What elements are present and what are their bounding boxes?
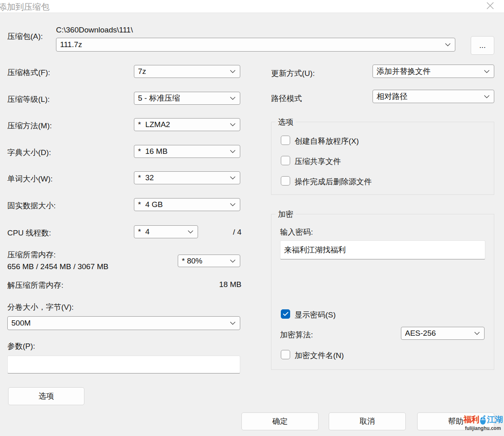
volume-size-label: 分卷大小，字节(V): <box>7 302 74 313</box>
solid-block-value: * 4 GB <box>138 200 163 209</box>
options-group-title: 选项 <box>276 117 296 127</box>
memory-percent-combobox[interactable]: * 80% <box>178 255 240 267</box>
update-mode-value: 添加并替换文件 <box>377 66 431 77</box>
decompress-memory-label: 解压缩所需内存: <box>7 280 63 291</box>
memory-percent-value: * 80% <box>182 257 202 265</box>
encrypt-filenames-label: 加密文件名(N) <box>295 350 344 361</box>
method-label: 压缩方法(M): <box>7 121 52 131</box>
method-combobox[interactable]: * LZMA2 <box>134 118 240 131</box>
options-button[interactable]: 选项 <box>8 387 84 405</box>
volume-size-combobox[interactable]: 500M <box>7 316 240 330</box>
dictionary-label: 字典大小(D): <box>7 147 51 158</box>
chevron-down-icon <box>187 230 194 234</box>
close-button[interactable] <box>482 1 498 12</box>
method-value: * LZMA2 <box>138 120 170 129</box>
encryption-method-label: 加密算法: <box>280 330 313 340</box>
chevron-down-icon <box>230 321 236 325</box>
cancel-button[interactable]: 取消 <box>329 412 406 430</box>
word-size-label: 单词大小(W): <box>7 174 53 184</box>
archive-name-value: 111.7z <box>60 40 82 49</box>
chevron-down-icon <box>230 96 236 100</box>
chevron-down-icon <box>230 69 236 73</box>
format-value: 7z <box>138 67 146 76</box>
compress-memory-label: 压缩所需内存: <box>7 250 56 260</box>
chevron-down-icon <box>484 69 490 73</box>
path-mode-combobox[interactable]: 相对路径 <box>373 90 494 103</box>
level-label: 压缩等级(L): <box>7 94 50 105</box>
volume-size-value: 500M <box>11 319 31 328</box>
delete-after-label: 操作完成后删除源文件 <box>295 177 372 187</box>
path-mode-label: 路径模式 <box>271 93 302 104</box>
cpu-threads-value: * 4 <box>138 227 150 236</box>
create-sfx-label: 创建自释放程序(X) <box>295 136 359 147</box>
encryption-method-value: AES-256 <box>405 329 436 338</box>
update-mode-combobox[interactable]: 添加并替换文件 <box>373 65 494 78</box>
delete-after-checkbox[interactable] <box>281 176 290 186</box>
compress-shared-label: 压缩共享文件 <box>295 156 341 167</box>
browse-button[interactable]: ... <box>471 36 494 55</box>
show-password-checkbox[interactable] <box>281 309 290 319</box>
archive-label: 压缩包(A): <box>7 31 43 42</box>
password-input[interactable] <box>280 240 485 259</box>
dictionary-value: * 16 MB <box>138 147 168 156</box>
encrypt-filenames-checkbox[interactable] <box>281 350 290 359</box>
close-icon <box>485 1 495 12</box>
chevron-down-icon <box>230 259 236 263</box>
cpu-threads-max: / 4 <box>213 228 241 237</box>
chevron-down-icon <box>445 43 451 47</box>
chevron-down-icon <box>230 176 236 180</box>
window-title: 添加到压缩包 <box>0 1 50 13</box>
chevron-down-icon <box>230 123 236 127</box>
password-label: 输入密码: <box>280 227 313 237</box>
decompress-memory-value: 18 MB <box>174 280 241 289</box>
word-size-combobox[interactable]: * 32 <box>134 171 240 184</box>
update-mode-label: 更新方式(U): <box>271 68 315 79</box>
level-value: 5 - 标准压缩 <box>138 93 180 104</box>
help-button[interactable]: 帮助 <box>417 412 494 430</box>
chevron-down-icon <box>230 149 236 153</box>
chevron-down-icon <box>230 203 236 207</box>
solid-block-combobox[interactable]: * 4 GB <box>134 198 240 211</box>
archive-name-combobox[interactable]: 111.7z <box>56 38 455 52</box>
archive-dir-path: C:\360Downloads\111\ <box>56 26 133 35</box>
ok-button[interactable]: 确定 <box>241 412 319 430</box>
path-mode-value: 相对路径 <box>377 91 407 102</box>
format-combobox[interactable]: 7z <box>134 65 240 78</box>
solid-block-label: 固实数据大小: <box>7 201 56 211</box>
chevron-down-icon <box>484 95 490 99</box>
cpu-threads-label: CPU 线程数: <box>7 228 51 238</box>
level-combobox[interactable]: 5 - 标准压缩 <box>134 92 240 105</box>
dictionary-combobox[interactable]: * 16 MB <box>134 145 240 158</box>
encryption-method-combobox[interactable]: AES-256 <box>401 327 485 340</box>
show-password-label: 显示密码(S) <box>295 310 336 320</box>
compress-memory-value: 656 MB / 2454 MB / 3067 MB <box>7 262 108 271</box>
parameters-label: 参数(P): <box>7 341 35 352</box>
word-size-value: * 32 <box>138 173 154 182</box>
parameters-input[interactable] <box>7 356 240 373</box>
titlebar: 添加到压缩包 <box>0 0 504 13</box>
chevron-down-icon <box>474 331 480 335</box>
encryption-group-title: 加密 <box>276 209 296 220</box>
compress-shared-checkbox[interactable] <box>281 156 290 165</box>
create-sfx-checkbox[interactable] <box>281 136 290 145</box>
cpu-threads-combobox[interactable]: * 4 <box>134 225 198 238</box>
format-label: 压缩格式(F): <box>7 67 50 78</box>
